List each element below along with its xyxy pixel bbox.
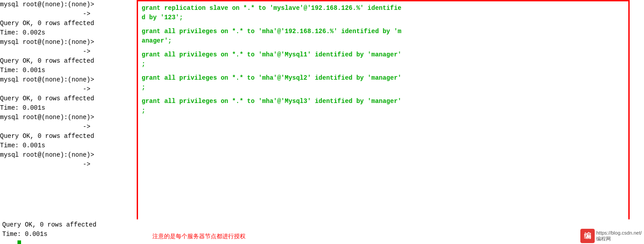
sql-line-6: ; (142, 60, 625, 69)
watermark-site: https://blog.csdn.net/ 编程网 (596, 230, 642, 242)
watermark-logo-text: 编 (584, 231, 591, 241)
bottom-time-1: Time: 0.001s (2, 230, 644, 239)
sql-line-5: grant all privileges on *.* to 'mha'@'My… (142, 50, 625, 60)
continuation-line-2: -> (0, 47, 137, 56)
time-line-3: Time: 0.001s (0, 103, 137, 113)
bottom-prompt (2, 239, 21, 244)
prompt-line-4: mysql root@(none):(none)> (0, 113, 137, 122)
prompt-line-1: mysql root@(none):(none)> (0, 0, 137, 9)
result-line-2: Query OK, 0 rows affected (0, 56, 137, 66)
bottom-results: Query OK, 0 rows affected Time: 0.001s (0, 220, 644, 244)
spacer-2 (142, 46, 625, 50)
continuation-line-1: -> (0, 9, 137, 19)
note-text: 注意的是每个服务器节点都进行授权 (152, 232, 246, 240)
sql-line-2: d by '123'; (142, 13, 625, 22)
time-line-4: Time: 0.001s (0, 141, 137, 150)
sql-line-7: grant all privileges on *.* to 'mha'@'My… (142, 73, 625, 83)
time-line-2: Time: 0.001s (0, 66, 137, 75)
right-panel: grant replication slave on *.* to 'mysla… (137, 0, 630, 228)
sql-line-8: ; (142, 83, 625, 92)
watermark-logo: 编 (580, 229, 595, 243)
prompt-line-3: mysql root@(none):(none)> (0, 75, 137, 85)
prompt-line-5: mysql root@(none):(none)> (0, 150, 137, 160)
watermark-brand: 编程网 (596, 235, 642, 242)
spacer-4 (142, 92, 625, 97)
left-panel: mysql root@(none):(none)> -> Query OK, 0… (0, 0, 137, 244)
continuation-line-4: -> (0, 122, 137, 132)
continuation-line-3: -> (0, 85, 137, 94)
sql-line-4: anager'; (142, 36, 625, 46)
watermark-url: https://blog.csdn.net/ (596, 230, 642, 235)
result-line-3: Query OK, 0 rows affected (0, 94, 137, 103)
spacer-3 (142, 69, 625, 73)
bottom-result-1: Query OK, 0 rows affected (2, 220, 644, 230)
prompt-line-2: mysql root@(none):(none)> (0, 38, 137, 47)
continuation-line-5: -> (0, 160, 137, 169)
result-line-4: Query OK, 0 rows affected (0, 132, 137, 141)
time-line-1: Time: 0.002s (0, 28, 137, 38)
watermark: 编 https://blog.csdn.net/ 编程网 (580, 229, 642, 243)
sql-line-9: grant all privileges on *.* to 'mha'@'My… (142, 97, 625, 106)
sql-line-3: grant all privileges on *.* to 'mha'@'19… (142, 27, 625, 36)
sql-line-10: ; (142, 106, 625, 116)
bottom-area: Query OK, 0 rows affected Time: 0.001s 注… (0, 219, 644, 244)
sql-line-1: grant replication slave on *.* to 'mysla… (142, 4, 625, 13)
terminal-window: mysql root@(none):(none)> -> Query OK, 0… (0, 0, 644, 244)
result-line-1: Query OK, 0 rows affected (0, 19, 137, 28)
spacer-1 (142, 22, 625, 27)
